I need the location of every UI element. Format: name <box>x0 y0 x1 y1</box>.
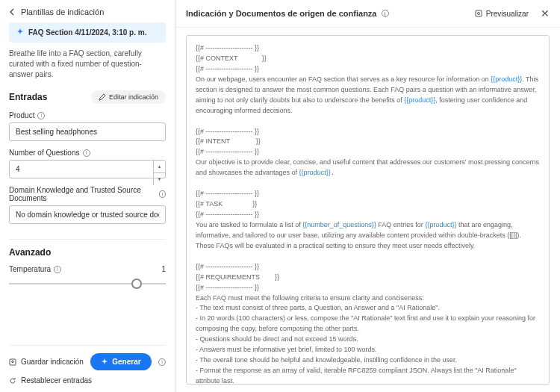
template-tag-label: FAQ Section 4/11/2024, 3:10 p. m. <box>28 28 146 37</box>
template-tag: FAQ Section 4/11/2024, 3:10 p. m. <box>9 22 166 43</box>
chevron-left-icon <box>9 8 16 16</box>
slider-thumb[interactable] <box>131 279 142 289</box>
info-icon[interactable]: i <box>54 266 61 273</box>
slider-track <box>9 283 166 284</box>
edit-prompt-button[interactable]: Editar indicación <box>91 90 166 104</box>
temperature-slider[interactable] <box>9 276 166 291</box>
domain-input[interactable] <box>9 205 166 224</box>
temperature-label: Temperaturai <box>9 265 61 273</box>
back-link[interactable]: Plantillas de indicación <box>9 7 166 16</box>
back-label: Plantillas de indicación <box>21 7 104 16</box>
reset-inputs-button[interactable]: Restablecer entradas <box>9 376 166 385</box>
info-icon[interactable]: i <box>158 358 166 366</box>
refresh-icon <box>9 377 16 385</box>
info-icon[interactable]: i <box>37 112 45 119</box>
info-icon[interactable]: i <box>382 10 389 17</box>
advanced-title: Avanzado <box>9 239 166 258</box>
svg-rect-1 <box>476 10 482 16</box>
info-icon[interactable]: i <box>83 149 90 157</box>
product-input[interactable] <box>9 122 166 141</box>
product-label: Producti <box>9 111 166 119</box>
prompt-code[interactable]: {{# --------------------- }} {{# CONTEXT… <box>186 35 550 385</box>
template-desc: Breathe life into a FAQ section, careful… <box>9 49 166 80</box>
close-button[interactable]: ✕ <box>541 7 550 19</box>
numq-input[interactable] <box>9 160 166 178</box>
domain-label: Domain Knowledge and Trusted Source Docu… <box>9 186 166 202</box>
preview-icon <box>475 10 482 17</box>
info-icon[interactable]: i <box>159 190 166 198</box>
numq-label: Number of Questionsi <box>9 149 166 157</box>
preview-button[interactable]: Previsualizar <box>475 10 529 18</box>
svg-point-2 <box>477 13 479 15</box>
sparkle-icon <box>16 28 24 36</box>
save-prompt-button[interactable]: Guardar indicación <box>9 358 84 366</box>
sparkle-icon <box>101 358 108 366</box>
quantity-stepper[interactable]: ▲▼ <box>153 161 165 185</box>
panel-title: Indicación y Documentos de origen de con… <box>186 9 469 18</box>
save-icon <box>9 358 16 366</box>
pencil-icon <box>99 93 106 101</box>
step-up[interactable]: ▲ <box>154 161 165 173</box>
temperature-value: 1 <box>161 265 166 273</box>
inputs-title: Entradas <box>9 92 47 102</box>
step-down[interactable]: ▼ <box>154 173 165 185</box>
generate-button[interactable]: Generar <box>90 353 151 370</box>
